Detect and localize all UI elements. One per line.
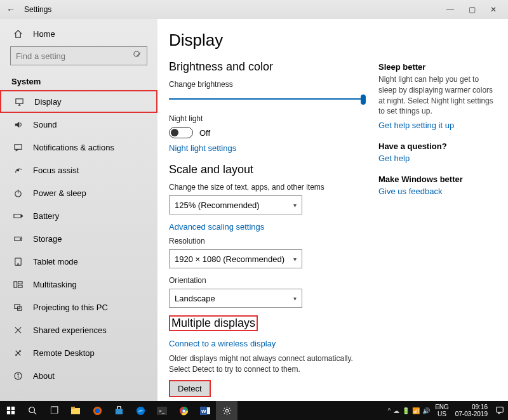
chrome-icon[interactable] (173, 401, 194, 420)
close-button[interactable]: ✕ (483, 5, 504, 14)
sidebar-item-label: About (33, 371, 55, 381)
svg-point-17 (17, 373, 18, 374)
window-title: Settings (24, 5, 51, 14)
night-light-label: Night light (169, 114, 366, 123)
brightness-slider[interactable] (169, 93, 366, 105)
settings-taskbar-icon[interactable] (216, 401, 237, 420)
sidebar-home[interactable]: Home (0, 25, 157, 43)
svg-rect-1 (15, 98, 22, 103)
tray-up-icon[interactable]: ^ (387, 407, 391, 414)
advanced-scaling-link[interactable]: Advanced scaling settings (169, 222, 366, 232)
wireless-display-link[interactable]: Connect to a wireless display (169, 339, 366, 348)
svg-rect-21 (11, 411, 15, 414)
store-icon[interactable] (108, 401, 130, 420)
feedback-heading: Make Windows better (378, 174, 499, 184)
sidebar-item-shared-experiences[interactable]: Shared experiences (0, 318, 157, 341)
scale-dropdown[interactable]: 125% (Recommended) ▾ (169, 195, 302, 214)
get-help-link[interactable]: Get help (378, 154, 499, 163)
sidebar-item-battery[interactable]: Battery (0, 204, 157, 227)
feedback-link[interactable]: Give us feedback (378, 187, 499, 196)
storage-icon (11, 234, 24, 244)
brightness-slider-label: Change brightness (169, 80, 366, 89)
sidebar-item-multitasking[interactable]: Multitasking (0, 273, 157, 296)
sidebar-item-label: Notifications & actions (33, 143, 114, 152)
night-light-toggle[interactable] (169, 127, 193, 138)
sleep-better-link[interactable]: Get help setting it up (378, 121, 499, 130)
taskbar: ❐ >_ W ^ ☁ 🔋 📶 🔊 ENGUS 09:1607-03-2019 (0, 401, 508, 420)
sidebar-item-label: Tablet mode (33, 257, 78, 266)
sound-icon (11, 120, 24, 129)
detect-button[interactable]: Detect (169, 380, 211, 397)
sidebar-item-focus-assist[interactable]: Focus assist (0, 159, 157, 181)
sidebar-item-about[interactable]: About (0, 364, 157, 387)
multitask-icon (11, 280, 24, 289)
detect-hint: Older displays might not always connect … (169, 353, 366, 375)
word-icon[interactable]: W (194, 401, 216, 420)
project-icon (11, 303, 24, 312)
sidebar-item-tablet-mode[interactable]: Tablet mode (0, 250, 157, 273)
start-button[interactable] (0, 401, 22, 420)
orientation-dropdown[interactable]: Landscape ▾ (169, 289, 302, 308)
night-light-settings-link[interactable]: Night light settings (169, 143, 366, 153)
sleep-better-text: Night light can help you get to sleep by… (378, 74, 499, 117)
home-icon (11, 29, 24, 39)
page-title: Display (169, 30, 366, 50)
sidebar-item-label: Sound (33, 120, 57, 129)
sidebar-item-label: Shared experiences (33, 325, 107, 335)
volume-icon[interactable]: 🔊 (422, 407, 430, 414)
brightness-heading: Brightness and color (169, 60, 366, 74)
firefox-icon[interactable] (86, 401, 108, 420)
chevron-down-icon: ▾ (293, 256, 297, 263)
sidebar-item-projecting-to-this-pc[interactable]: Projecting to this PC (0, 296, 157, 318)
sidebar-item-power-sleep[interactable]: Power & sleep (0, 181, 157, 204)
size-label: Change the size of text, apps, and other… (169, 183, 366, 192)
sidebar-item-label: Projecting to this PC (33, 303, 108, 312)
chevron-down-icon: ▾ (293, 295, 297, 302)
sidebar-item-remote-desktop[interactable]: Remote Desktop (0, 341, 157, 364)
svg-rect-24 (71, 407, 75, 409)
orientation-label: Orientation (169, 276, 366, 285)
battery-icon[interactable]: 🔋 (402, 407, 410, 414)
task-view-icon[interactable]: ❐ (43, 401, 65, 420)
svg-point-10 (17, 263, 18, 264)
edge-icon[interactable] (130, 401, 151, 420)
svg-rect-13 (18, 285, 22, 287)
svg-point-26 (95, 408, 100, 413)
tray-icons[interactable]: ^ ☁ 🔋 📶 🔊 (385, 407, 432, 414)
sidebar-home-label: Home (33, 29, 55, 39)
svg-rect-2 (14, 144, 21, 149)
svg-point-33 (182, 409, 185, 412)
svg-rect-5 (13, 214, 20, 218)
resolution-label: Resolution (169, 237, 366, 246)
search-input[interactable] (10, 46, 147, 65)
power-icon (11, 188, 24, 198)
sidebar-item-label: Remote Desktop (33, 348, 95, 358)
sidebar-section-heading: System (0, 72, 157, 90)
sidebar-item-label: Storage (33, 234, 62, 244)
sidebar-item-storage[interactable]: Storage (0, 227, 157, 250)
sidebar-item-label: Battery (33, 211, 59, 221)
svg-text:>_: >_ (159, 408, 165, 414)
shared-icon (11, 325, 24, 335)
back-button[interactable]: ← (4, 4, 18, 15)
taskbar-clock[interactable]: 09:1607-03-2019 (451, 404, 491, 417)
resolution-dropdown[interactable]: 1920 × 1080 (Recommended) ▾ (169, 249, 302, 268)
sidebar-item-notifications-actions[interactable]: Notifications & actions (0, 136, 157, 159)
terminal-icon[interactable]: >_ (151, 401, 173, 420)
language-indicator[interactable]: ENGUS (432, 404, 451, 417)
svg-text:W: W (201, 409, 206, 414)
cloud-icon[interactable]: ☁ (393, 407, 399, 414)
svg-point-37 (225, 409, 228, 412)
file-explorer-icon[interactable] (65, 401, 86, 420)
sidebar-item-sound[interactable]: Sound (0, 113, 157, 136)
display-icon (13, 97, 25, 107)
sidebar-item-display[interactable]: Display (0, 90, 157, 113)
network-icon[interactable]: 📶 (412, 407, 420, 414)
about-icon (11, 371, 24, 381)
action-center-icon[interactable] (491, 401, 508, 420)
minimize-button[interactable]: — (439, 5, 461, 14)
taskbar-search-icon[interactable] (22, 401, 43, 420)
night-light-state: Off (199, 128, 210, 138)
search-icon (133, 50, 142, 62)
maximize-button[interactable]: ▢ (461, 5, 483, 14)
